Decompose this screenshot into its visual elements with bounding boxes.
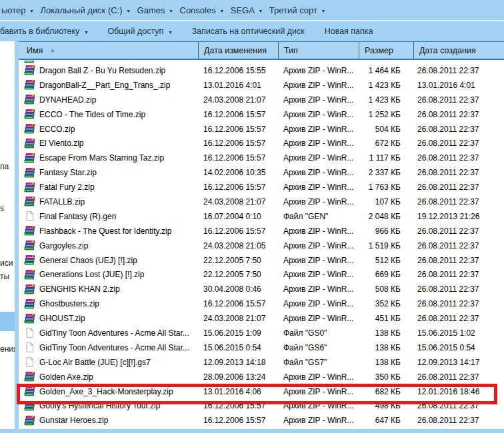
- table-row[interactable]: G-Loc Air Battle (JUE) [c][!].gs712.09.2…: [19, 355, 504, 370]
- nav-item-label-fragment[interactable]: ты: [0, 272, 9, 281]
- navigation-pane: паsиситыения: [0, 41, 15, 429]
- file-date-modified: 13.01.2016 4:06: [198, 387, 278, 396]
- column-header-name[interactable]: Имя▲: [19, 42, 198, 59]
- file-name-label: General Chaos (UEJ) [!].zip: [39, 256, 137, 265]
- breadcrumb-item[interactable]: Consoles▾: [180, 5, 228, 15]
- table-row[interactable]: DragonBall-Z__Part_Eng_Trans_.zip13.01.2…: [19, 78, 504, 93]
- table-row[interactable]: GidTiny Toon Adventures - Acme All Star.…: [19, 340, 504, 355]
- toolbar-button-label: Общий доступ: [107, 27, 163, 36]
- chevron-down-icon[interactable]: ▾: [322, 8, 325, 14]
- add-to-library-button[interactable]: бавить в библиотеку▾: [0, 27, 87, 36]
- table-row[interactable]: ECCO - The Tides of Time.zip16.12.2006 1…: [19, 107, 504, 122]
- winrar-archive-icon: [24, 183, 35, 193]
- generic-file-icon: [24, 211, 35, 221]
- chevron-down-icon[interactable]: ▾: [85, 29, 87, 35]
- column-header-date-modified[interactable]: Дата изменения: [198, 42, 278, 59]
- file-name-cell: FATALLB.zip: [19, 197, 198, 207]
- file-type: Архив ZIP - WinR...: [278, 183, 359, 192]
- winrar-archive-icon: [24, 284, 35, 294]
- burn-disc-button[interactable]: Записать на оптический диск: [191, 27, 304, 36]
- file-date-modified: 16.12.2006 15:57: [198, 183, 278, 192]
- file-size: 2 337 КБ: [359, 168, 413, 177]
- table-row[interactable]: Flashback - The Quest for Identity.zip16…: [19, 224, 504, 238]
- column-header-type[interactable]: Тип: [278, 42, 359, 59]
- nav-item-label-fragment[interactable]: s: [0, 204, 4, 213]
- nav-item-label-fragment[interactable]: па: [0, 162, 9, 171]
- column-header-date-created[interactable]: Дата создания: [413, 42, 504, 59]
- winrar-archive-icon: [24, 139, 35, 149]
- file-name-cell: El Viento.zip: [19, 139, 198, 149]
- breadcrumb-item-label: Третий сорт: [269, 5, 317, 15]
- winrar-archive-icon: [24, 109, 35, 119]
- file-type: Архив ZIP - WinR...: [278, 81, 359, 90]
- table-row[interactable]: Golden Axe.zip28.09.2006 13:24Архив ZIP …: [19, 370, 504, 384]
- winrar-archive-icon: [24, 284, 35, 294]
- table-row[interactable]: GENGHIS KHAN 2.zip30.04.2008 0:46Архив Z…: [19, 282, 504, 296]
- file-name-label: ECCO - The Tides of Time.zip: [39, 110, 145, 119]
- file-type: Файл "GS7": [278, 358, 359, 367]
- breadcrumb-item[interactable]: SEGA▾: [231, 5, 267, 15]
- table-row[interactable]: Ghostbusters.zip16.12.2006 15:57Архив ZI…: [19, 296, 504, 311]
- file-date-modified: 16.12.2006 15:57: [198, 153, 278, 163]
- file-name-cell: Golden_Axe_3_Hack-Monsterplay.zip: [19, 386, 198, 396]
- table-row[interactable]: GHOUST.zip24.03.2008 21:07Архив ZIP - Wi…: [19, 311, 504, 326]
- file-size: 2 048 КБ: [359, 212, 413, 221]
- file-name-cell: ECCO - The Tides of Time.zip: [19, 109, 198, 119]
- table-row[interactable]: El Viento.zip16.12.2006 15:57Архив ZIP -…: [19, 136, 504, 151]
- winrar-archive-icon: [24, 80, 35, 90]
- file-date-created: 26.08.2011 22:37: [413, 401, 504, 410]
- chevron-down-icon[interactable]: ▾: [127, 8, 130, 14]
- chevron-down-icon[interactable]: ▾: [169, 8, 172, 14]
- nav-item-label-fragment[interactable]: ения: [0, 344, 15, 354]
- table-row[interactable]: Final Fantasy (R).gen16.07.2004 0:10Файл…: [19, 209, 504, 224]
- file-type: Файл "GEN": [278, 212, 359, 221]
- table-row[interactable]: Fatal Fury 2.zip16.12.2006 15:57Архив ZI…: [19, 180, 504, 195]
- file-type: Файл "GS0": [278, 328, 359, 338]
- winrar-archive-icon: [24, 416, 35, 426]
- file-name-cell: Goofy's Hysterical History Tour.zip: [19, 401, 198, 411]
- chevron-down-icon[interactable]: ▾: [169, 29, 171, 35]
- chevron-down-icon[interactable]: ▾: [31, 8, 33, 14]
- table-row[interactable]: Goofy's Hysterical History Tour.zip16.12…: [19, 398, 504, 413]
- table-row[interactable]: DYNAHEAD.zip24.03.2008 21:07Архив ZIP - …: [19, 93, 504, 107]
- file-date-modified: 15.06.2015 1:09: [198, 328, 278, 338]
- breadcrumb-item[interactable]: Третий сорт▾: [269, 5, 329, 15]
- table-row[interactable]: Dragon Ball Z - Bu Yu Retsuden.zip16.12.…: [19, 63, 504, 78]
- winrar-archive-icon: [24, 372, 35, 382]
- share-button[interactable]: Общий доступ▾: [107, 27, 171, 36]
- table-row-highlighted[interactable]: Golden_Axe_3_Hack-Monsterplay.zip13.01.2…: [19, 384, 504, 399]
- table-row[interactable]: Fantasy Star.zip14.02.2006 10:35Архив ZI…: [19, 165, 504, 180]
- new-folder-button[interactable]: Новая папка: [325, 27, 373, 36]
- file-name-cell: Gargoyles.zip: [19, 240, 198, 250]
- file-size: 512 КБ: [359, 256, 413, 265]
- breadcrumb-item[interactable]: ьютер▾: [1, 5, 38, 15]
- file-date-modified: 16.12.2006 15:57: [198, 125, 278, 134]
- chevron-down-icon[interactable]: ▾: [221, 8, 223, 14]
- file-date-created: 26.08.2011 22:37: [413, 125, 504, 134]
- file-name-label: Flashback - The Quest for Identity.zip: [39, 226, 171, 236]
- table-row[interactable]: General Chaos (UEJ) [!].zip22.12.2005 7:…: [19, 253, 504, 268]
- file-type: Архив ZIP - WinR...: [278, 197, 359, 207]
- table-row[interactable]: ECCO.zip16.12.2006 15:57Архив ZIP - WinR…: [19, 122, 504, 137]
- file-date-created: 12.01.2016 18:46: [413, 387, 504, 396]
- winrar-archive-icon: [24, 401, 35, 411]
- file-date-modified: 24.03.2008 21:07: [198, 197, 278, 207]
- table-row[interactable]: Gunstar Heroes.zip16.12.2006 15:57Архив …: [19, 413, 504, 428]
- winrar-archive-icon: [24, 314, 35, 324]
- winrar-archive-icon: [24, 153, 35, 163]
- file-name-label: Final Fantasy (R).gen: [39, 212, 116, 221]
- table-row[interactable]: Generations Lost (JUE) [!].zip22.12.2005…: [19, 267, 504, 282]
- nav-item-label-fragment[interactable]: иси: [0, 258, 13, 268]
- table-row[interactable]: Escape From Mars Starring Taz.zip16.12.2…: [19, 151, 504, 165]
- breadcrumb-item[interactable]: Локальный диск (C:)▾: [41, 5, 135, 15]
- table-row[interactable]: FATALLB.zip24.03.2008 21:07Архив ZIP - W…: [19, 195, 504, 209]
- generic-file-icon: [24, 328, 35, 338]
- nav-selected-item[interactable]: [0, 312, 15, 331]
- table-row[interactable]: GidTiny Toon Adventures - Acme All Star.…: [19, 326, 504, 340]
- file-size: 508 КБ: [359, 284, 413, 294]
- breadcrumb-item[interactable]: Games▾: [137, 5, 177, 15]
- file-date-modified: 24.03.2008 21:05: [198, 241, 278, 250]
- table-row[interactable]: Gargoyles.zip24.03.2008 21:05Архив ZIP -…: [19, 238, 504, 253]
- chevron-down-icon[interactable]: ▾: [259, 8, 262, 14]
- column-header-size[interactable]: Размер: [359, 42, 413, 59]
